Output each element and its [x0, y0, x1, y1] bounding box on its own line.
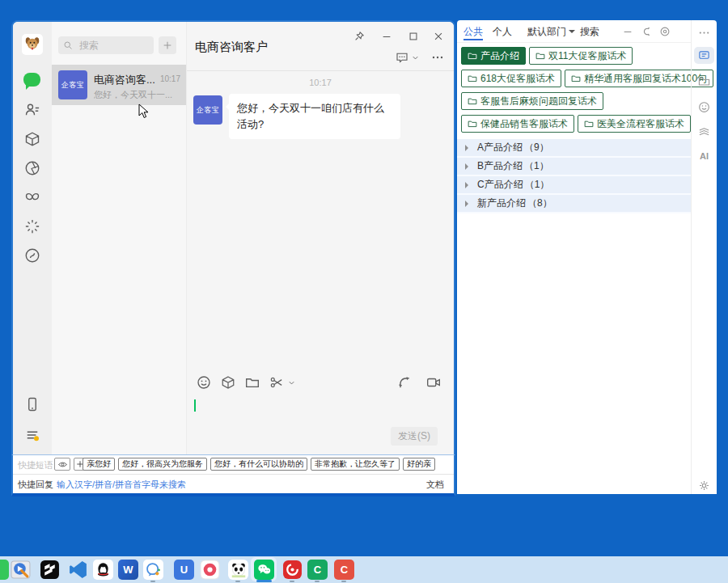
quick-phrase-bar: 快捷短语 亲您好 您好，很高兴为您服务 您好，有什么可以协助的 非常抱歉，让您久…	[13, 455, 454, 475]
taskbar-icon-green-c-app[interactable]: C	[307, 560, 328, 580]
taskbar-icon-u-shield-app[interactable]: U	[174, 560, 194, 580]
taskbar-icon-capcut[interactable]	[40, 560, 60, 580]
phrase-chip[interactable]: 好的亲	[403, 458, 435, 471]
voice-call-icon[interactable]	[397, 375, 412, 390]
contacts-icon[interactable]	[24, 102, 40, 118]
chat-sessions-icon[interactable]	[396, 51, 408, 64]
rail-layers-icon[interactable]	[698, 126, 710, 138]
quick-reply-label: 快捷回复	[18, 479, 53, 491]
active-indicator	[256, 580, 272, 582]
script-panel-header: 公共 个人 默认部门 搜索	[457, 20, 692, 43]
screenshot-chevron-icon[interactable]	[287, 378, 296, 387]
dock-icon[interactable]	[640, 26, 651, 37]
taskbar-icon-word[interactable]: W	[118, 560, 138, 580]
script-group-row[interactable]: A产品介绍 （9）	[457, 139, 692, 158]
mouse-cursor	[138, 104, 150, 120]
rail-scripts-tab[interactable]	[694, 47, 714, 64]
rail-ai-tab[interactable]: AI	[692, 151, 717, 161]
script-group-row[interactable]: C产品介绍 （1）	[457, 176, 692, 195]
category-button-active[interactable]: 产品介绍	[461, 47, 526, 65]
phrase-chip[interactable]: 您好，很高兴为您服务	[118, 458, 207, 471]
eye-icon	[57, 459, 68, 470]
menu-icon[interactable]	[24, 427, 40, 443]
top-stories-icon[interactable]	[24, 218, 40, 234]
script-group-row[interactable]: 新产品介绍 （8）	[457, 195, 692, 213]
file-transfer-icon[interactable]	[221, 375, 235, 390]
chat-search[interactable]	[58, 36, 154, 54]
add-chat-button[interactable]	[159, 36, 176, 54]
chat-search-input[interactable]	[78, 37, 152, 53]
script-panel: 公共 个人 默认部门 搜索 产品介绍 双11大促客服话术	[457, 20, 717, 494]
channels-icon[interactable]	[24, 189, 40, 205]
group-label: C产品介绍	[477, 178, 523, 192]
rail-emoji-icon[interactable]	[698, 101, 710, 113]
tab-public[interactable]: 公共	[463, 25, 483, 39]
folder-icon	[468, 74, 477, 83]
taskbar-icon-media-player[interactable]	[11, 560, 31, 580]
close-icon[interactable]	[433, 31, 444, 42]
settings-icon[interactable]	[659, 26, 671, 37]
chat-list-item[interactable]: 企客宝 电商咨询客... 10:17 您好，今天双十一...	[52, 65, 186, 105]
running-indicator	[150, 581, 155, 582]
message-timestamp: 10:17	[187, 78, 454, 87]
taskbar-icon-vscode[interactable]	[68, 560, 88, 580]
maximize-icon[interactable]	[408, 31, 419, 42]
taskbar-icon-red-bubble-app[interactable]	[200, 560, 220, 580]
taskbar-icon-red-c-app[interactable]: C	[334, 560, 354, 580]
category-label: 医美全流程客服话术	[597, 117, 684, 131]
category-button[interactable]: 医美全流程客服话术	[578, 115, 691, 133]
tab-personal[interactable]: 个人	[493, 25, 512, 39]
folder-icon[interactable]	[245, 375, 260, 390]
minimize-icon[interactable]	[381, 31, 392, 42]
input-toolbar	[187, 370, 454, 395]
chat-title: 电商咨询客...	[94, 73, 155, 87]
taskbar-icon-clipped-app[interactable]	[0, 560, 9, 580]
phrase-chip[interactable]: 非常抱歉，让您久等了	[311, 458, 400, 471]
chevron-down-icon[interactable]	[411, 53, 420, 62]
phrase-chip[interactable]: 您好，有什么可以协助的	[210, 458, 307, 471]
category-button[interactable]: 客服售后麻烦问题回复话术	[461, 92, 603, 110]
documents-link[interactable]: 文档	[426, 479, 444, 491]
taskbar-icon-red-circle-app[interactable]	[282, 560, 303, 580]
folder-icon	[584, 119, 594, 129]
chats-icon[interactable]	[23, 73, 40, 87]
phrase-chip[interactable]: 亲您好	[83, 458, 115, 471]
taskbar-icon-panda-app[interactable]	[228, 560, 248, 580]
visibility-button[interactable]	[54, 458, 70, 471]
message-avatar[interactable]: 企客宝	[193, 95, 222, 125]
panel-search-button[interactable]: 搜索	[580, 25, 599, 39]
message-input[interactable]: 发送(S)	[187, 395, 454, 454]
quick-reply-search-input[interactable]	[55, 476, 382, 492]
script-group-row[interactable]: B产品介绍 （1）	[457, 158, 692, 176]
rail-folder-icon[interactable]	[698, 75, 710, 87]
video-call-icon[interactable]	[426, 375, 441, 390]
rail-settings-icon[interactable]	[698, 479, 710, 492]
department-dropdown[interactable]: 默认部门	[527, 25, 575, 39]
screenshot-icon[interactable]	[269, 375, 284, 390]
taskbar-icon-chat-tool[interactable]	[143, 560, 163, 580]
conversation-header: 电商咨询客户	[187, 22, 454, 71]
conversation-title: 电商咨询客户	[195, 40, 268, 55]
mobile-icon[interactable]	[24, 396, 40, 412]
panel-minimize-icon[interactable]	[622, 26, 633, 37]
taskbar-icon-wechat[interactable]	[254, 560, 274, 580]
plus-icon	[162, 40, 173, 51]
send-button[interactable]: 发送(S)	[391, 427, 438, 446]
taskbar-icon-qq[interactable]	[93, 560, 113, 580]
category-button[interactable]: 保健品销售客服话术	[461, 115, 574, 133]
more-icon[interactable]	[431, 51, 444, 64]
wechat-logo-icon	[256, 561, 273, 578]
emoji-icon[interactable]	[197, 375, 211, 390]
moments-icon[interactable]	[24, 160, 40, 176]
category-button[interactable]: 双11大促客服话术	[529, 47, 633, 65]
pin-icon[interactable]	[353, 31, 365, 42]
category-button[interactable]: 618大促客服话术	[461, 70, 561, 87]
wechat-window: 企客宝 电商咨询客... 10:17 您好，今天双十一... 电商咨询客户 10…	[11, 20, 455, 454]
chat-list: 企客宝 电商咨询客... 10:17 您好，今天双十一...	[52, 22, 187, 454]
search-channel-icon[interactable]	[24, 247, 40, 264]
group-label: B产品介绍	[477, 159, 523, 173]
rail-more-icon[interactable]	[698, 27, 710, 39]
category-label: 精华通用客服回复话术100句	[584, 72, 707, 86]
collections-icon[interactable]	[24, 131, 40, 147]
user-avatar[interactable]	[22, 34, 43, 55]
